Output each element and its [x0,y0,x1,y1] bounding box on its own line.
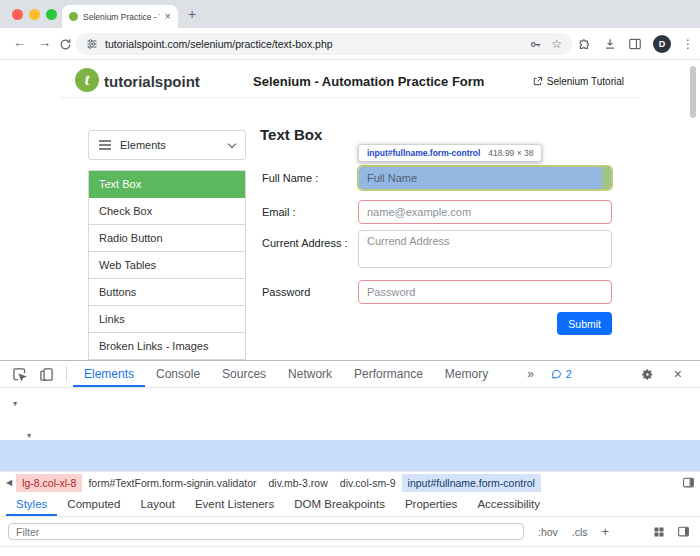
expand-arrow-icon[interactable]: ▼ [27,428,31,440]
email-label: Email : [262,206,352,219]
sidebar-item-label: Check Box [99,205,152,217]
password-key-icon[interactable] [529,38,542,51]
chevron-down-icon [228,139,236,147]
brand-text[interactable]: tutorialspoint [104,73,200,90]
reload-icon [59,38,72,51]
back-button[interactable]: ← [13,36,26,49]
sidebar-item-web-tables[interactable]: → Web Tables [89,252,245,279]
browser-toolbar: ← → tutorialspoint.com/selenium/practice… [0,28,700,60]
external-link-icon [532,76,543,87]
sidebar-item-check-box[interactable]: → Check Box [89,198,245,225]
dock-side-icon[interactable] [677,525,690,538]
styles-tab-styles[interactable]: Styles [6,493,57,516]
fullname-label: Full Name : [262,172,352,185]
inspect-tooltip: input#fullname.form-control 418.99 × 38 [358,144,542,162]
devtools-close-icon[interactable]: × [674,367,682,381]
extensions-puzzle-icon[interactable] [578,37,592,51]
bookmark-star-icon[interactable]: ☆ [551,38,562,50]
styles-tab-accessibility[interactable]: Accessibility [467,493,550,516]
download-icon[interactable] [603,37,617,51]
password-input[interactable] [358,280,612,304]
sidebar-item-buttons[interactable]: → Buttons [89,279,245,306]
site-info-icon[interactable] [86,38,98,50]
expand-arrow-icon[interactable]: ▼ [13,396,17,408]
devtools-tab-performance[interactable]: Performance [343,362,434,387]
class-toggle[interactable]: .cls [572,526,588,538]
breadcrumb-item[interactable]: div.col-sm-9 [334,474,402,492]
window-close-button[interactable] [12,9,23,20]
devtools-panel: Elements Console Sources Network Perform… [0,360,700,556]
issues-counter[interactable]: 2 [550,368,572,380]
reload-button[interactable] [59,37,72,55]
browser-menu-icon[interactable]: ⋮ [682,37,694,51]
sidebar-header-label: Elements [120,139,166,151]
new-style-rule-button[interactable]: + [602,524,610,539]
styles-tab-event-listeners[interactable]: Event Listeners [185,493,284,516]
sidebar-item-label: Web Tables [99,259,156,271]
tree-node-div-row[interactable]: ▼<div class="mb-3 row">flex [0,392,700,408]
tab-favicon-icon [69,12,78,21]
selenium-tutorial-link[interactable]: Selenium Tutorial [532,76,624,87]
devtools-toolbar: Elements Console Sources Network Perform… [0,361,700,388]
devtools-tab-sources[interactable]: Sources [211,362,277,387]
styles-tab-computed[interactable]: Computed [57,493,130,516]
layout-grid-icon[interactable] [653,526,665,538]
sidebar-item-label: Broken Links - Images [99,340,208,352]
styles-tab-dom-breakpoints[interactable]: DOM Breakpoints [284,493,395,516]
side-panel-icon[interactable] [628,37,642,51]
styles-tab-properties[interactable]: Properties [395,493,467,516]
devtools-tab-console[interactable]: Console [145,362,211,387]
filter-bar-icons [653,525,692,538]
sidebar-item-links[interactable]: → Links [89,306,245,333]
window-zoom-button[interactable] [46,9,57,20]
address-bar-actions: ☆ [529,38,562,51]
new-tab-button[interactable]: + [188,6,196,22]
sidebar-item-broken-links-images[interactable]: → Broken Links - Images [89,333,245,360]
devtools-tab-network[interactable]: Network [277,362,343,387]
current-address-textarea[interactable] [358,230,612,268]
tutorial-link-label: Selenium Tutorial [547,76,624,87]
code-line: placeholder="Full Name"> == $0 [0,456,700,472]
styles-tab-layout[interactable]: Layout [130,493,185,516]
hover-state-toggle[interactable]: :hov [538,526,558,538]
tooltip-selector: input#fullname.form-control [367,148,480,158]
settings-gear-icon[interactable] [641,368,654,381]
profile-avatar[interactable]: D [653,35,671,53]
page-scrollbar[interactable] [690,66,696,118]
address-bar[interactable]: tutorialspoint.com/selenium/practice/tex… [76,33,572,55]
browser-tab[interactable]: Selenium Practice - Text Box × [62,5,178,28]
issues-bubble-icon [550,368,562,380]
arrow-right-icon: → [99,175,109,186]
submit-button[interactable]: Submit [557,312,612,335]
tree-node-div-col[interactable]: ▼<div class="col-sm-9"> [0,424,700,440]
styles-pane-tabs: Styles Computed Layout Event Listeners D… [0,493,700,517]
sidebar-item-label: Links [99,313,125,325]
breadcrumb-item[interactable]: form#TextForm.form-signin.validator [82,474,262,492]
fullname-input[interactable] [358,166,612,190]
email-input[interactable] [358,200,612,224]
breadcrumb-item[interactable]: lg-8.col-xl-8 [16,474,82,492]
sidebar-item-text-box[interactable]: → Text Box [89,171,245,198]
header-divider [60,97,640,98]
hamburger-icon [99,140,111,150]
devtools-tab-memory[interactable]: Memory [434,362,499,387]
sidebar-item-radio-button[interactable]: → Radio Button [89,225,245,252]
styles-filter-bar: :hov .cls + [0,517,700,547]
window-minimize-button[interactable] [29,9,40,20]
more-tabs-button[interactable]: » [527,367,534,381]
breadcrumb-item[interactable]: div.mb-3.row [262,474,333,492]
tree-node-label[interactable]: <label for="fullname" class="col-sm-3 co… [0,408,700,424]
tab-close-icon[interactable]: × [165,11,171,22]
breadcrumb-item-selected[interactable]: input#fullname.form-control [402,474,541,492]
sidebar-elements-header[interactable]: Elements [88,130,246,160]
toggle-sidebar-panel-icon[interactable] [682,476,695,491]
tree-node-input-selected[interactable]: <input id="fullname" name="fullname" typ… [0,440,700,472]
devtools-tab-elements[interactable]: Elements [73,362,145,387]
forward-button[interactable]: → [38,36,51,49]
breadcrumb-scroll-left-icon[interactable]: ◀ [6,478,12,487]
form-heading: Text Box [260,126,322,143]
device-toolbar-icon[interactable] [39,367,54,382]
inspect-element-icon[interactable] [12,367,27,382]
tutorialspoint-logo[interactable]: t [75,68,99,92]
styles-filter-input[interactable] [8,523,524,540]
